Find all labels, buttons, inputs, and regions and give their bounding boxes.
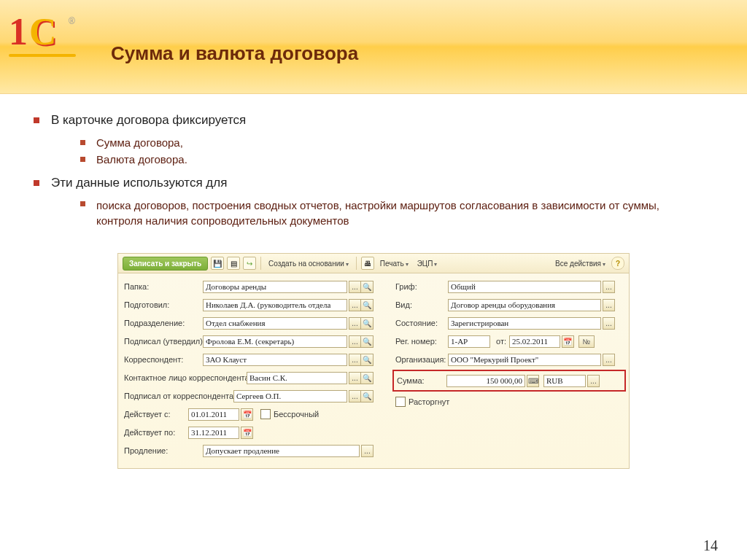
search-icon[interactable]: 🔍: [361, 281, 374, 293]
label-from: от:: [496, 337, 506, 346]
field-state[interactable]: Зарегистрирован: [448, 317, 601, 330]
label-contact: Контактное лицо корреспондента:: [124, 373, 247, 382]
lookup-icon[interactable]: ...: [349, 281, 361, 293]
label-prepared: Подготовил:: [124, 300, 203, 309]
lookup-icon[interactable]: ...: [349, 354, 361, 366]
search-icon[interactable]: 🔍: [361, 299, 374, 311]
save-close-button[interactable]: Записать и закрыть: [123, 257, 208, 271]
lookup-icon[interactable]: ...: [349, 372, 361, 384]
lookup-icon[interactable]: ...: [349, 299, 361, 311]
calendar-icon[interactable]: 📅: [241, 408, 253, 421]
field-renewal[interactable]: Допускает продление: [203, 445, 360, 457]
bullet-sub-2: Валюта договора.: [80, 153, 713, 166]
lookup-icon[interactable]: ...: [603, 317, 615, 330]
search-icon[interactable]: 🔍: [361, 372, 374, 384]
field-prepared[interactable]: Николаев Д.А. (руководитель отдела: [203, 299, 347, 311]
label-valid-from: Действует с:: [124, 410, 188, 419]
form-window: Записать и закрыть 💾 ▤ ↪ Создать на осно…: [117, 253, 630, 469]
label-state: Состояние:: [395, 319, 448, 327]
label-terminated: Расторгнут: [409, 397, 449, 406]
all-actions-menu[interactable]: Все действия: [552, 260, 608, 268]
toolbar: Записать и закрыть 💾 ▤ ↪ Создать на осно…: [118, 254, 629, 273]
page-number: 14: [703, 537, 718, 554]
logo-1c: 1C®: [9, 13, 73, 64]
label-signed-from: Подписал от корреспондента:: [124, 392, 233, 400]
field-regno[interactable]: 1-АР: [448, 335, 490, 348]
list-icon[interactable]: ▤: [227, 257, 240, 270]
bullet-sub-1: Сумма договора,: [80, 136, 713, 149]
field-correspondent[interactable]: ЗАО Клауст: [203, 354, 347, 366]
bullet-top-1: В карточке договора фиксируется: [34, 113, 713, 128]
search-icon[interactable]: 🔍: [361, 390, 374, 402]
field-signed[interactable]: Фролова Е.М. (секретарь): [203, 335, 347, 348]
field-folder[interactable]: Договоры аренды: [203, 281, 347, 293]
lookup-icon[interactable]: ...: [349, 317, 361, 330]
slide-content: В карточке договора фиксируется Сумма до…: [0, 94, 747, 469]
label-correspondent: Корреспондент:: [124, 355, 203, 364]
lookup-icon[interactable]: ...: [587, 375, 600, 387]
field-kind[interactable]: Договор аренды оборудования: [448, 299, 601, 311]
checkbox-terminated[interactable]: [395, 397, 406, 407]
lookup-icon[interactable]: ...: [361, 445, 374, 457]
field-regdate[interactable]: 25.02.2011: [509, 335, 560, 348]
slide-title: Сумма и валюта договора: [111, 42, 358, 65]
calendar-icon[interactable]: 📅: [241, 427, 253, 439]
slide-header: 1C® Сумма и валюта договора: [0, 0, 747, 94]
label-renewal: Продление:: [124, 446, 203, 455]
print-icon[interactable]: 🖶: [361, 257, 374, 270]
label-perpetual: Бессрочный: [274, 410, 319, 419]
label-folder: Папка:: [124, 282, 203, 291]
field-currency[interactable]: RUB: [543, 375, 586, 387]
lookup-icon[interactable]: ...: [603, 281, 615, 293]
label-grif: Гриф:: [395, 282, 448, 291]
field-org[interactable]: ООО "Меркурий Проект": [448, 354, 601, 366]
field-signed-from[interactable]: Сергеев О.П.: [233, 390, 347, 402]
label-valid-to: Действует по:: [124, 428, 188, 437]
label-sum: Сумма:: [397, 376, 446, 385]
field-department[interactable]: Отдел снабжения: [203, 317, 347, 330]
label-signed: Подписал (утвердил):: [124, 337, 203, 346]
eds-menu[interactable]: ЭЦП: [414, 260, 441, 268]
bullet-sub-3: поиска договоров, построения сводных отч…: [80, 198, 665, 228]
label-org: Организация:: [395, 355, 448, 364]
search-icon[interactable]: 🔍: [361, 354, 374, 366]
field-grif[interactable]: Общий: [448, 281, 601, 293]
lookup-icon[interactable]: ...: [349, 390, 361, 402]
number-button[interactable]: №: [578, 335, 595, 348]
help-icon[interactable]: ?: [611, 257, 624, 270]
calendar-icon[interactable]: 📅: [562, 335, 574, 348]
calc-icon[interactable]: ⌨: [527, 375, 539, 387]
save-icon[interactable]: 💾: [211, 257, 224, 270]
arrow-icon[interactable]: ↪: [243, 257, 256, 270]
label-regno: Рег. номер:: [395, 337, 448, 346]
lookup-icon[interactable]: ...: [349, 335, 361, 348]
field-valid-to[interactable]: 31.12.2011: [188, 427, 239, 439]
create-on-basis-menu[interactable]: Создать на основании: [266, 260, 352, 268]
lookup-icon[interactable]: ...: [603, 299, 615, 311]
field-valid-from[interactable]: 01.01.2011: [188, 408, 239, 421]
lookup-icon[interactable]: ...: [603, 354, 615, 366]
search-icon[interactable]: 🔍: [361, 317, 374, 330]
highlight-sum: Сумма: 150 000,00 ⌨ RUB ...: [392, 370, 626, 392]
label-department: Подразделение:: [124, 319, 203, 327]
bullet-top-2: Эти данные используются для: [34, 176, 713, 190]
field-sum[interactable]: 150 000,00: [446, 375, 525, 387]
label-kind: Вид:: [395, 300, 448, 309]
print-menu[interactable]: Печать: [377, 260, 411, 268]
field-contact[interactable]: Васин С.К.: [247, 372, 347, 384]
checkbox-perpetual[interactable]: [260, 409, 271, 419]
search-icon[interactable]: 🔍: [361, 335, 374, 348]
